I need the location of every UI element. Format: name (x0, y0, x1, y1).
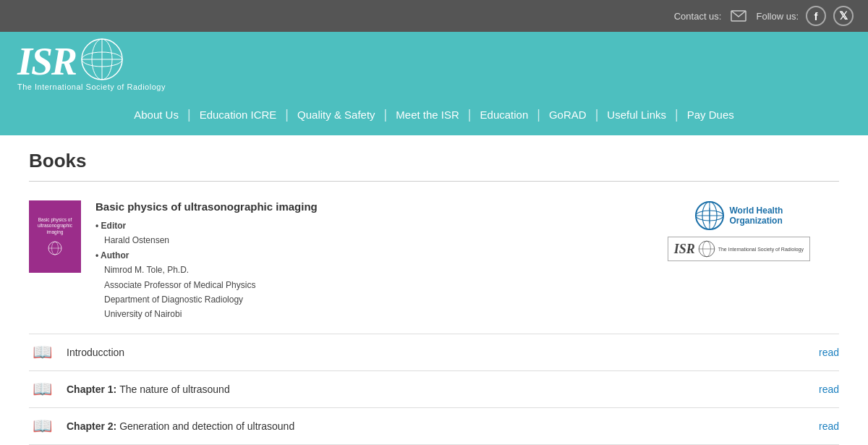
top-bar: Contact us: Follow us: f 𝕏 (0, 0, 868, 32)
nav-item-education-icre[interactable]: Education ICRE (192, 106, 284, 124)
book-cover: Basic physics of ultrasonographic imagin… (29, 200, 81, 273)
read-link[interactable]: read (819, 383, 839, 395)
twitter-icon[interactable]: 𝕏 (833, 6, 854, 26)
book-title: Basic physics of ultrasonographic imagin… (95, 200, 639, 213)
nav-item-quality-safety[interactable]: Quality & Safety (290, 106, 383, 124)
isr-secondary-logo: ISR The International Society of Radiolo… (668, 237, 810, 261)
nav-sep-6: | (594, 107, 600, 122)
book-open-icon: 📖 (29, 380, 55, 399)
nav-item-useful-links[interactable]: Useful Links (600, 106, 673, 124)
facebook-icon[interactable]: f (806, 6, 826, 26)
page-title: Books (29, 150, 839, 172)
logo-box: ISR The International Society of Radiolo… (17, 42, 166, 91)
content-area: Books Basic physics of ultrasonographic … (14, 135, 854, 445)
book-meta: • Editor Harald Ostensen • Author Nimrod… (95, 219, 639, 322)
nav-item-meet-isr[interactable]: Meet the ISR (388, 106, 467, 124)
nav-sep-4: | (467, 107, 473, 122)
book-info: Basic physics of ultrasonographic imagin… (95, 200, 639, 322)
isr-tagline-small: The International Society of Radiology (718, 247, 804, 252)
logo-tagline: The International Society of Radiology (17, 82, 166, 91)
chapter-label: Chapter 2: Generation and detection of u… (67, 420, 807, 432)
nav-sep-3: | (383, 107, 389, 122)
chapters-container: 📖Introducctionread📖Chapter 1: The nature… (29, 334, 839, 445)
nav-item-gorad[interactable]: GoRAD (542, 106, 594, 124)
main-nav: About Us | Education ICRE | Quality & Sa… (0, 98, 868, 135)
nav-item-pay-dues[interactable]: Pay Dues (680, 106, 741, 124)
chapter-label: Introducction (67, 347, 807, 358)
top-bar-right: Contact us: Follow us: f 𝕏 (674, 6, 854, 26)
book-open-icon: 📖 (29, 343, 55, 362)
book-cover-text: Basic physics of ultrasonographic imagin… (32, 216, 78, 258)
isr-logo-text: ISR (674, 242, 695, 257)
chapter-label: Chapter 1: The nature of ultrasound (67, 383, 807, 395)
read-link[interactable]: read (819, 420, 839, 432)
who-logo: World Health Organization (694, 200, 783, 231)
chapter-row: 📖Introducctionread (29, 334, 839, 371)
book-card: Basic physics of ultrasonographic imagin… (29, 193, 839, 334)
logo-text[interactable]: ISR (17, 42, 76, 81)
logo-area: ISR The International Society of Radiolo… (0, 32, 868, 98)
follow-label: Follow us: (756, 11, 799, 22)
nav-sep-1: | (186, 107, 192, 122)
read-link[interactable]: read (819, 347, 839, 358)
contact-label: Contact us: (674, 11, 722, 22)
email-icon[interactable] (728, 6, 749, 26)
book-logos: World Health Organization ISR The Intern… (668, 200, 810, 261)
site-header: ISR The International Society of Radiolo… (0, 32, 868, 135)
chapter-row: 📖Chapter 2: Generation and detection of … (29, 408, 839, 445)
chapter-row: 📖Chapter 1: The nature of ultrasoundread (29, 371, 839, 408)
title-divider (29, 181, 839, 182)
nav-item-education[interactable]: Education (473, 106, 536, 124)
nav-item-about-us[interactable]: About Us (127, 106, 186, 124)
globe-icon (80, 38, 124, 81)
nav-sep-7: | (673, 107, 680, 122)
who-emblem (694, 200, 725, 231)
nav-sep-5: | (535, 107, 542, 122)
who-text: World Health Organization (729, 205, 783, 226)
book-open-icon: 📖 (29, 417, 55, 436)
nav-sep-2: | (284, 107, 290, 122)
